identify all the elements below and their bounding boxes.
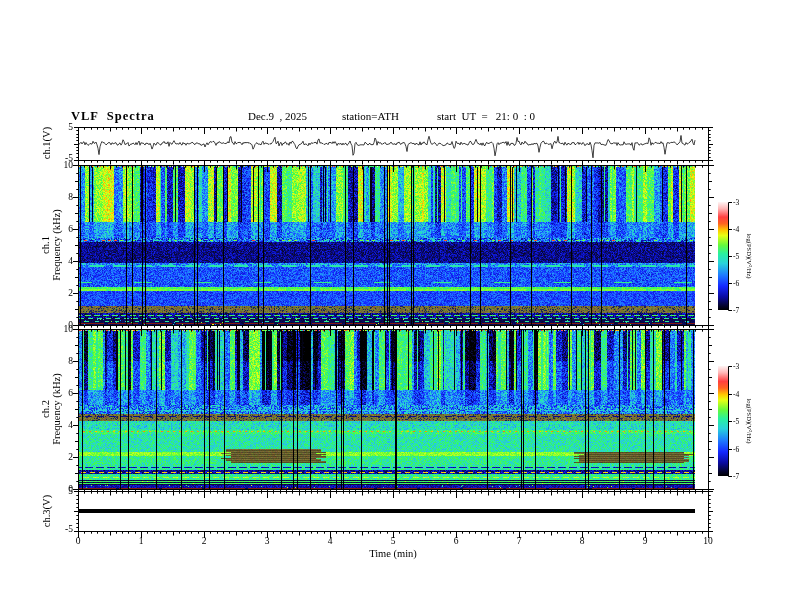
colorbar-ch1-label: log(PSD)(V²/Hz) [746,234,753,279]
spec2-ylabel: ch.2 Frequency (kHz) [40,373,62,444]
spec1-ylabel: ch.1 Frequency (kHz) [40,209,62,280]
colorbar-ch1 [718,202,728,310]
figure-date: Dec.9 , 2025 [248,110,307,122]
spec1-channel-label: ch.1 [40,209,51,280]
wave3-ylabel: ch.3(V) [41,495,52,527]
spec1-axis-label: Frequency (kHz) [51,209,62,280]
colorbar-ch2-label: log(PSD)(V²/Hz) [746,399,753,444]
figure-start-ut: start UT = 21: 0 : 0 [437,110,535,122]
wave1-ylabel: ch.1(V) [41,127,52,159]
colorbar-ch2 [718,366,728,476]
spec2-axis-label: Frequency (kHz) [51,373,62,444]
axes-canvas [0,0,792,612]
figure-title: VLF Spectra [71,109,155,124]
spec2-channel-label: ch.2 [40,373,51,444]
xaxis-title: Time (min) [369,548,417,559]
figure-station: station=ATH [342,110,399,122]
vlf-spectra-figure: VLF Spectra Dec.9 , 2025 station=ATH sta… [0,0,792,612]
